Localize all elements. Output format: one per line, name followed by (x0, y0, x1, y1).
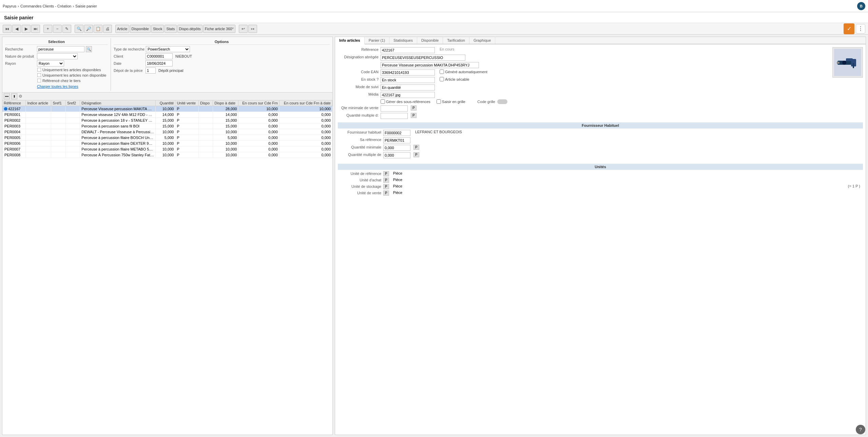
checkbox-disponibles[interactable] (37, 68, 41, 72)
gerer-ss-refs-label[interactable]: Gérer des sous-références (381, 99, 430, 104)
table-tool-dots[interactable]: ••• (4, 93, 10, 99)
table-row[interactable]: PER0002 Perceuse à percussion 18 v - STA… (2, 118, 332, 123)
table-container: Référence Indice article Sref1 Sref2 Dés… (2, 100, 332, 435)
table-row[interactable]: PER0003 Perceuse à percussion sans fil B… (2, 123, 332, 129)
nav-last-btn[interactable]: ⏭ (31, 25, 40, 33)
tab-statistiques[interactable]: Statistiques (389, 37, 417, 44)
load-all-link[interactable]: Charger toutes les lignes (37, 84, 78, 88)
unite-ref-row: Unité de référence P Pièce (341, 171, 860, 176)
checkbox-disponibles-label[interactable]: Uniquement les articles disponibles (37, 67, 101, 72)
qte-min-vente-input[interactable] (381, 105, 408, 112)
checkbox-non-dispo[interactable] (37, 73, 41, 77)
checkbox-tiers[interactable] (37, 79, 41, 83)
qte-min-fournisseur-input[interactable] (383, 145, 410, 151)
stats-menu-btn[interactable]: Stats (165, 25, 176, 33)
table-row[interactable]: PER0007 Perceuse à percussion filaire ME… (2, 146, 332, 152)
qte-multiple-input[interactable] (381, 113, 408, 119)
back-btn[interactable]: ↩ (239, 25, 248, 33)
search-plus-btn[interactable]: 🔎 (84, 25, 93, 33)
saisir-grille-label[interactable]: Saisir en grille (437, 99, 465, 104)
date-input[interactable] (146, 60, 173, 66)
table-tool-arrow[interactable]: ⬆ (11, 93, 17, 99)
gerer-ss-refs-checkbox[interactable] (381, 99, 385, 104)
table-row[interactable]: PER0006 Perceuse à percussion filaire DE… (2, 141, 332, 146)
genere-auto-checkbox[interactable] (440, 69, 444, 74)
cell-dispo-date: 10,000 (213, 129, 238, 135)
breadcrumb-section[interactable]: Commandes Clients - Création (20, 4, 71, 8)
nav-prev-btn[interactable]: ◀ (12, 25, 21, 33)
client-input[interactable] (146, 53, 173, 59)
nav-first-btn[interactable]: ⏮ (3, 25, 12, 33)
en-stock-input[interactable] (381, 77, 435, 83)
table-row[interactable]: 🔵 422167 Perceuse Visseuse percussion MA… (2, 106, 332, 112)
checkbox-non-dispo-label[interactable]: Uniquement les articles non disponible (37, 73, 106, 77)
nature-select[interactable] (37, 53, 78, 59)
add-btn[interactable]: + (43, 25, 52, 33)
help-button[interactable]: ? (856, 425, 865, 434)
tab-graphique[interactable]: Graphique (469, 37, 495, 44)
fournisseur-input[interactable] (383, 130, 410, 136)
unite-stockage-name: Pièce (393, 184, 403, 188)
designation-abregee-input[interactable] (381, 55, 465, 61)
cell-dispo-date: 15,000 (213, 118, 238, 123)
cell-dispo (198, 152, 213, 158)
saisir-grille-checkbox[interactable] (437, 99, 441, 104)
tab-tarification[interactable]: Tarification (443, 37, 469, 44)
table-gear-icon[interactable]: ⚙ (19, 94, 22, 99)
search-execute-btn[interactable]: 🔍 (86, 46, 92, 52)
table-row[interactable]: PER0005 Perceuse à percussion filaire BO… (2, 135, 332, 141)
search-input[interactable] (37, 46, 84, 52)
tab-disponible[interactable]: Disponible (417, 37, 443, 44)
fiche-article-menu-btn[interactable]: Fiche article 360° (203, 25, 235, 33)
code-ean-input[interactable] (381, 69, 435, 76)
tab-info-articles[interactable]: Info articles (335, 37, 365, 44)
dispo-depots-menu-btn[interactable]: Dispo.dépôts (177, 25, 202, 33)
col-header-qty: Quantité (156, 100, 175, 106)
cell-desig: Perceuse à percussion sans fil BOl (80, 123, 156, 129)
load-all-row: Charger toutes les lignes (5, 84, 108, 88)
qte-multi-fournisseur-input[interactable] (383, 152, 410, 158)
edit-btn[interactable]: ✎ (62, 25, 71, 33)
media-input[interactable] (381, 92, 435, 98)
cell-encours: 0,000 (238, 146, 279, 152)
rayon-select[interactable]: Rayon (37, 60, 64, 66)
code-grille-toggle[interactable] (497, 99, 507, 104)
checkbox-tiers-label[interactable]: Référencé chez le tiers (37, 78, 81, 83)
stock-menu-btn[interactable]: Stock (151, 25, 164, 33)
table-row[interactable]: PER0004 DEWALT - Perceuse Visseuse à Per… (2, 129, 332, 135)
cell-sref1 (51, 135, 65, 141)
cell-ref: PER0007 (2, 146, 26, 152)
cell-encours: 0,000 (238, 112, 279, 118)
more-button[interactable]: ⋮ (856, 24, 865, 34)
depot-input[interactable] (146, 67, 156, 74)
copy-btn[interactable]: 📋 (94, 25, 102, 33)
selection-options-row: Sélection Recherche 🔍 Nature de produit … (2, 37, 332, 93)
genere-auto-label[interactable]: Généré automatiquement (440, 69, 487, 74)
table-row[interactable]: PER0008 Perceuse À Percussion 750w Stanl… (2, 152, 332, 158)
save-button[interactable]: ✓ (844, 23, 854, 34)
article-secable-label[interactable]: Article sécable (440, 77, 469, 81)
cell-uv: P (175, 112, 199, 118)
qte-multi-fournisseur-row: Quantité multiple de P (341, 152, 860, 158)
unite-vente-badge: P (383, 191, 389, 196)
cell-qty: 10,000 (156, 106, 175, 112)
nav-next-btn[interactable]: ▶ (22, 25, 31, 33)
depot-row: Dépot de la pièce Dépôt principal (114, 67, 330, 74)
article-secable-checkbox[interactable] (440, 77, 444, 81)
print-btn[interactable]: 🖨 (103, 25, 112, 33)
tab-panier[interactable]: Panier (1) (365, 37, 389, 44)
cell-dispo (198, 112, 213, 118)
remove-btn[interactable]: − (53, 25, 62, 33)
designation-full-input[interactable] (381, 62, 479, 68)
disponible-menu-btn[interactable]: Disponible (130, 25, 151, 33)
forward-btn[interactable]: ↦ (248, 25, 257, 33)
reference-input[interactable] (381, 47, 435, 53)
mode-suivi-input[interactable] (381, 84, 435, 91)
sa-reference-input[interactable] (383, 137, 410, 143)
search-btn[interactable]: 🔍 (75, 25, 83, 33)
breadcrumb-page[interactable]: Saisie panier (75, 4, 97, 8)
type-recherche-select[interactable]: PowerSearch (146, 46, 190, 52)
breadcrumb-app[interactable]: Papyrus (3, 4, 16, 8)
article-menu-btn[interactable]: Article (115, 25, 129, 33)
table-row[interactable]: PER0001 Perceuse visseuse 12V 4Ah M12 FD… (2, 112, 332, 118)
